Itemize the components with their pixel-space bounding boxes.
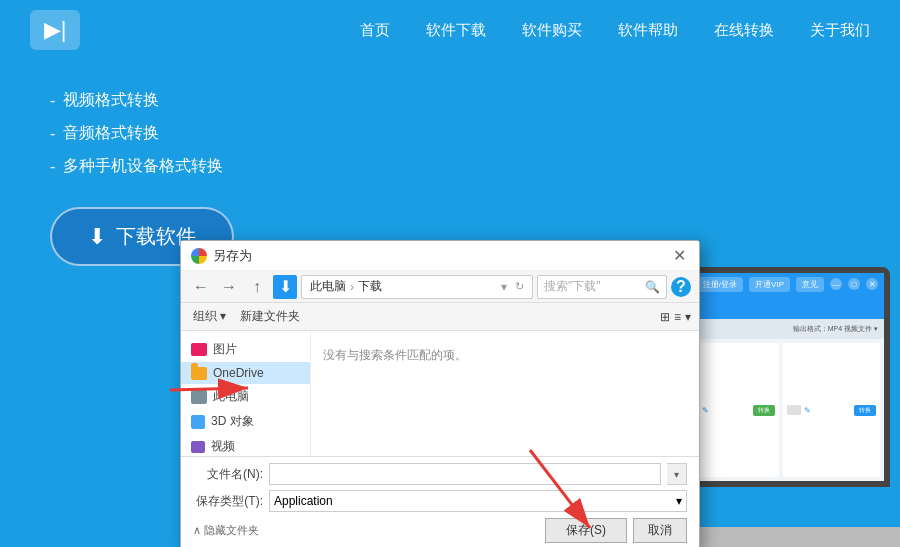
main-nav: 首页 软件下载 软件购买 软件帮助 在线转换 关于我们 — [360, 21, 870, 40]
nav-about[interactable]: 关于我们 — [810, 21, 870, 40]
hide-folders-toggle[interactable]: ∧ 隐藏文件夹 — [193, 523, 259, 538]
dialog-actions-row: ∧ 隐藏文件夹 保存(S) 取消 — [193, 518, 687, 543]
empty-content-message: 没有与搜索条件匹配的项。 — [323, 347, 467, 364]
edit-icon-2[interactable]: ✎ — [702, 406, 709, 415]
onedrive-icon — [191, 367, 207, 380]
edit-icon-3[interactable]: ✎ — [804, 406, 811, 415]
hide-folders-area: ∧ 隐藏文件夹 — [193, 518, 539, 543]
view-icon-grid[interactable]: ⊞ — [660, 310, 670, 324]
video-icon — [191, 441, 205, 453]
this-pc-icon — [191, 390, 207, 404]
feature-item-3: 多种手机设备格式转换 — [50, 156, 310, 177]
filename-dropdown[interactable]: ▾ — [667, 463, 687, 485]
pictures-icon — [191, 343, 207, 356]
nav-home[interactable]: 首页 — [360, 21, 390, 40]
app-vip-btn[interactable]: 开通VIP — [749, 277, 790, 292]
app-titlebar-btns: 注册/登录 开通VIP 意见 — □ ✕ — [697, 277, 878, 292]
sidebar-3d-objects[interactable]: 3D 对象 — [181, 409, 310, 434]
search-placeholder: 搜索"下载" — [544, 278, 601, 295]
cancel-button[interactable]: 取消 — [633, 518, 687, 543]
view-icon-list[interactable]: ≡ — [674, 310, 681, 324]
app-close-btn[interactable]: ✕ — [866, 278, 878, 290]
view-dropdown-icon[interactable]: ▾ — [685, 310, 691, 324]
feature-list: 视频格式转换 音频格式转换 多种手机设备格式转换 — [50, 90, 310, 177]
search-icon: 🔍 — [645, 280, 660, 294]
hide-folders-label: 隐藏文件夹 — [204, 523, 259, 538]
path-separator: › — [350, 280, 354, 294]
chrome-icon — [191, 248, 207, 264]
output-format-label: 输出格式：MP4 视频文件 ▾ — [793, 324, 878, 334]
filetype-dropdown-arrow: ▾ — [676, 494, 682, 508]
sidebar-3d-label: 3D 对象 — [211, 413, 254, 430]
organize-btn[interactable]: 组织 ▾ — [189, 306, 230, 327]
sidebar-video[interactable]: 视频 — [181, 434, 310, 456]
dialog-path: 此电脑 › 下载 ▾ ↻ — [301, 275, 533, 299]
sidebar-thispc-label: 此电脑 — [213, 388, 249, 405]
sidebar-pictures[interactable]: 图片 — [181, 337, 310, 362]
download-icon: ⬇ — [88, 224, 106, 250]
dialog-toolbar: 组织 ▾ 新建文件夹 ⊞ ≡ ▾ — [181, 303, 699, 331]
save-dialog: 另存为 ✕ ← → ↑ ⬇ 此电脑 › 下载 ▾ ↻ 搜索"下载" 🔍 ? — [180, 240, 700, 547]
dialog-forward-btn[interactable]: → — [217, 275, 241, 299]
filename-label: 文件名(N): — [193, 466, 263, 483]
dialog-up-btn[interactable]: ↑ — [245, 275, 269, 299]
path-pc: 此电脑 — [310, 278, 346, 295]
sidebar-onedrive-label: OneDrive — [213, 366, 264, 380]
filetype-row: 保存类型(T): Application ▾ — [193, 490, 687, 512]
dialog-download-btn[interactable]: ⬇ — [273, 275, 297, 299]
dialog-nav-bar: ← → ↑ ⬇ 此电脑 › 下载 ▾ ↻ 搜索"下载" 🔍 ? — [181, 271, 699, 303]
save-button[interactable]: 保存(S) — [545, 518, 627, 543]
dialog-sidebar: 图片 OneDrive 此电脑 3D 对象 视频 — [181, 331, 311, 456]
sidebar-onedrive[interactable]: OneDrive — [181, 362, 310, 384]
path-download: 下载 — [358, 278, 382, 295]
app-min-btn[interactable]: — — [830, 278, 842, 290]
filetype-label: 保存类型(T): — [193, 493, 263, 510]
nav-help[interactable]: 软件帮助 — [618, 21, 678, 40]
filename-row: 文件名(N): ▾ — [193, 463, 687, 485]
sidebar-pictures-label: 图片 — [213, 341, 237, 358]
collapse-arrow: ∧ — [193, 524, 201, 537]
main-content: 视频格式转换 音频格式转换 多种手机设备格式转换 ⬇ 下载软件 注册/登录 开通… — [0, 60, 900, 547]
dialog-title: 另存为 — [191, 247, 252, 265]
nav-online[interactable]: 在线转换 — [714, 21, 774, 40]
new-folder-btn[interactable]: 新建文件夹 — [236, 306, 304, 327]
logo-icon: ▶| — [44, 17, 67, 43]
filetype-value: Application — [274, 494, 333, 508]
feature-item-2: 音频格式转换 — [50, 123, 310, 144]
logo: ▶| — [30, 10, 80, 50]
app-feedback-btn[interactable]: 意见 — [796, 277, 824, 292]
nav-buy[interactable]: 软件购买 — [522, 21, 582, 40]
dialog-back-btn[interactable]: ← — [189, 275, 213, 299]
feature-item-1: 视频格式转换 — [50, 90, 310, 111]
filetype-select[interactable]: Application ▾ — [269, 490, 687, 512]
convert-btn-2[interactable]: 转换 — [753, 405, 775, 416]
sidebar-this-pc[interactable]: 此电脑 — [181, 384, 310, 409]
dialog-close-btn[interactable]: ✕ — [669, 246, 689, 266]
nav-download[interactable]: 软件下载 — [426, 21, 486, 40]
dialog-title-text: 另存为 — [213, 247, 252, 265]
app-file-row-3: ✎ 转换 — [783, 343, 880, 477]
dialog-titlebar: 另存为 ✕ — [181, 241, 699, 271]
dialog-content-area: 没有与搜索条件匹配的项。 — [311, 331, 699, 456]
header: ▶| 首页 软件下载 软件购买 软件帮助 在线转换 关于我们 — [0, 0, 900, 60]
convert-btn-3[interactable]: 转换 — [854, 405, 876, 416]
app-register-btn[interactable]: 注册/登录 — [697, 277, 743, 292]
3d-icon — [191, 415, 205, 429]
filename-input[interactable] — [269, 463, 661, 485]
dialog-search-box[interactable]: 搜索"下载" 🔍 — [537, 275, 667, 299]
dialog-footer: 文件名(N): ▾ 保存类型(T): Application ▾ ∧ 隐藏文件夹 — [181, 456, 699, 547]
file-icon-3 — [787, 405, 801, 415]
app-max-btn[interactable]: □ — [848, 278, 860, 290]
dialog-help-btn[interactable]: ? — [671, 277, 691, 297]
dialog-body: 图片 OneDrive 此电脑 3D 对象 视频 — [181, 331, 699, 456]
sidebar-video-label: 视频 — [211, 438, 235, 455]
